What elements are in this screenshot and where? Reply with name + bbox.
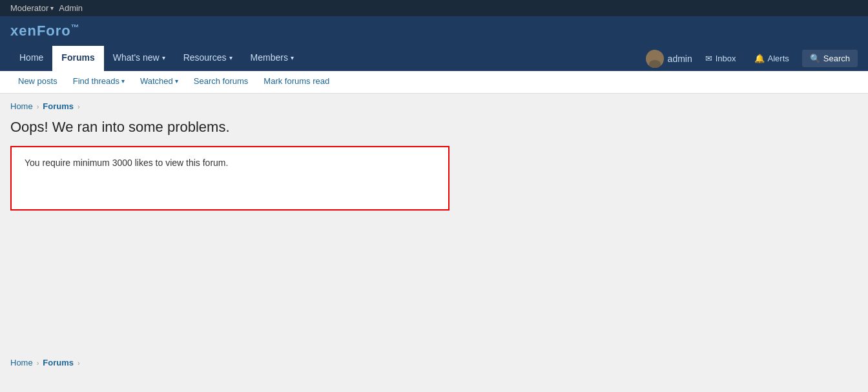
moderator-chevron: ▾ bbox=[50, 5, 54, 12]
username-label: admin bbox=[668, 54, 692, 64]
bottom-breadcrumb-sep-2: › bbox=[78, 359, 80, 367]
error-box: You require minimum 3000 likes to view t… bbox=[10, 146, 450, 211]
primary-nav-left: Home Forums What's new ▾ Resources ▾ Mem… bbox=[10, 46, 303, 71]
breadcrumb-sep-1: › bbox=[37, 103, 39, 110]
error-message: You require minimum 3000 likes to view t… bbox=[25, 158, 435, 168]
breadcrumb-current: Forums bbox=[43, 101, 74, 111]
logo-trademark: ™ bbox=[71, 23, 80, 32]
inbox-icon: ✉ bbox=[705, 54, 712, 63]
find-threads-chevron: ▾ bbox=[121, 77, 125, 85]
sec-nav-watched[interactable]: Watched ▾ bbox=[132, 71, 186, 93]
page-title: Oops! We ran into some problems. bbox=[10, 119, 816, 136]
watched-chevron: ▾ bbox=[175, 77, 178, 85]
sec-nav-mark-forums-read[interactable]: Mark forums read bbox=[256, 71, 337, 93]
bottom-breadcrumb-current: Forums bbox=[43, 358, 74, 367]
whats-new-chevron: ▾ bbox=[162, 54, 165, 61]
nav-item-resources[interactable]: Resources ▾ bbox=[174, 46, 242, 71]
search-button[interactable]: 🔍 Search bbox=[802, 50, 858, 67]
breadcrumb-sep-2: › bbox=[78, 103, 80, 110]
breadcrumb-home[interactable]: Home bbox=[10, 101, 33, 111]
bell-icon: 🔔 bbox=[754, 54, 765, 63]
nav-item-home[interactable]: Home bbox=[10, 46, 52, 71]
bottom-breadcrumb: Home › Forums › bbox=[0, 350, 868, 375]
admin-bar: Moderator ▾ Admin bbox=[0, 0, 868, 16]
sec-nav-new-posts[interactable]: New posts bbox=[10, 71, 65, 93]
sec-nav-search-forums[interactable]: Search forums bbox=[186, 71, 256, 93]
search-icon: 🔍 bbox=[810, 54, 820, 63]
nav-item-whats-new[interactable]: What's new ▾ bbox=[104, 46, 174, 71]
members-chevron: ▾ bbox=[291, 54, 294, 61]
logo-part2: Foro bbox=[37, 23, 71, 39]
primary-nav: Home Forums What's new ▾ Resources ▾ Mem… bbox=[0, 46, 868, 71]
alerts-button[interactable]: 🔔 Alerts bbox=[749, 51, 794, 66]
bottom-breadcrumb-sep-1: › bbox=[37, 359, 39, 367]
breadcrumb: Home › Forums › bbox=[0, 94, 868, 119]
avatar bbox=[646, 50, 664, 68]
site-logo[interactable]: xenForo™ bbox=[10, 23, 80, 39]
nav-item-forums[interactable]: Forums bbox=[52, 46, 103, 71]
bottom-breadcrumb-home[interactable]: Home bbox=[10, 358, 33, 367]
primary-nav-right: admin ✉ Inbox 🔔 Alerts 🔍 Search bbox=[646, 50, 858, 68]
site-header: xenForo™ bbox=[0, 16, 868, 46]
nav-item-members[interactable]: Members ▾ bbox=[242, 46, 303, 71]
resources-chevron: ▾ bbox=[229, 54, 232, 61]
main-content: Oops! We ran into some problems. You req… bbox=[0, 119, 827, 234]
moderator-menu[interactable]: Moderator ▾ bbox=[10, 3, 54, 13]
logo-part1: xen bbox=[10, 23, 37, 39]
moderator-label: Moderator bbox=[10, 3, 48, 13]
inbox-button[interactable]: ✉ Inbox bbox=[700, 51, 741, 66]
sec-nav-find-threads[interactable]: Find threads ▾ bbox=[65, 71, 132, 93]
admin-label[interactable]: Admin bbox=[59, 3, 83, 13]
user-menu[interactable]: admin bbox=[646, 50, 692, 68]
secondary-nav: New posts Find threads ▾ Watched ▾ Searc… bbox=[0, 71, 868, 94]
